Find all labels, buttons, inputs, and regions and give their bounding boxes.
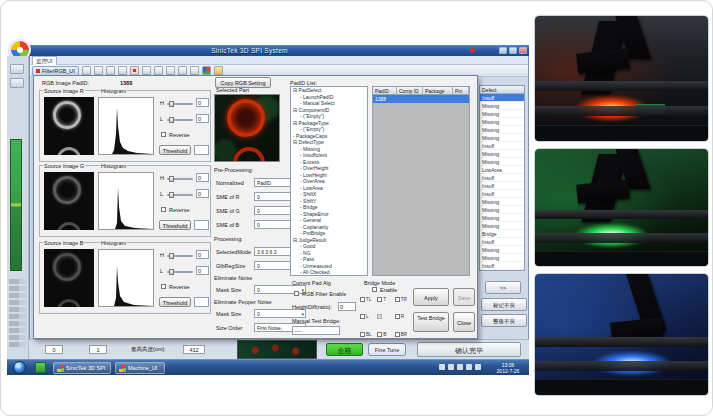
h-slider[interactable] bbox=[167, 103, 193, 105]
more-button[interactable]: >> bbox=[485, 281, 521, 294]
defect-row[interactable]: Insuff bbox=[480, 262, 524, 270]
pad-table-selected-row[interactable]: 1388 bbox=[373, 95, 469, 103]
record-icon[interactable] bbox=[130, 66, 139, 75]
bridge-direction-checkbox[interactable]: B bbox=[377, 329, 394, 340]
new-icon[interactable] bbox=[82, 66, 91, 75]
sidebar-button[interactable] bbox=[10, 78, 24, 88]
defect-row[interactable]: Insuff bbox=[480, 190, 524, 198]
h-value-field[interactable]: 0 bbox=[196, 173, 209, 182]
chart-icon[interactable] bbox=[178, 66, 187, 75]
h-slider[interactable] bbox=[167, 178, 193, 180]
ime-icon[interactable] bbox=[475, 364, 481, 370]
pad-table-header-cell[interactable]: Comp ID bbox=[397, 87, 423, 94]
start-button[interactable] bbox=[13, 361, 26, 374]
filter-rgb-chip[interactable]: FilterRGB_UI bbox=[32, 66, 79, 76]
threshold-field[interactable] bbox=[194, 220, 209, 230]
bridge-direction-checkbox[interactable]: T bbox=[377, 294, 394, 305]
bridge-direction-checkbox[interactable]: BR bbox=[395, 329, 412, 340]
threshold-field[interactable] bbox=[194, 145, 209, 155]
selected-part-image[interactable] bbox=[214, 94, 280, 162]
h-value-field[interactable]: 0 bbox=[196, 250, 209, 259]
defect-row[interactable]: Insuff bbox=[480, 142, 524, 150]
volume-icon[interactable] bbox=[457, 364, 463, 370]
bridge-direction-checkbox[interactable]: TL bbox=[360, 294, 377, 305]
l-slider[interactable] bbox=[167, 119, 193, 121]
defect-row[interactable]: Missing bbox=[480, 126, 524, 134]
defect-row[interactable]: Missing bbox=[480, 118, 524, 126]
bridge-direction-checkbox[interactable]: BL bbox=[360, 329, 377, 340]
l-slider[interactable] bbox=[167, 194, 193, 196]
bridge-enable-checkbox[interactable] bbox=[372, 287, 377, 292]
reverse-checkbox[interactable] bbox=[161, 284, 166, 289]
defect-row[interactable]: Missing bbox=[480, 158, 524, 166]
fine-tune-button[interactable]: Fine Tune bbox=[368, 343, 406, 356]
board-icon[interactable] bbox=[166, 66, 175, 75]
reverse-checkbox[interactable] bbox=[161, 207, 166, 212]
reverse-checkbox[interactable] bbox=[161, 132, 166, 137]
taskbar-app-machine[interactable]: Machine_UI bbox=[115, 362, 165, 374]
defect-row[interactable]: Missing bbox=[480, 110, 524, 118]
bridge-direction-checkbox[interactable]: TR bbox=[395, 294, 412, 305]
status-field-1[interactable]: 0 bbox=[45, 345, 63, 354]
flag-icon[interactable] bbox=[466, 364, 472, 370]
pad-table-header-cell[interactable]: PadID bbox=[373, 87, 397, 94]
pcb-thumbnail[interactable] bbox=[237, 340, 317, 359]
h-value-field[interactable]: 0 bbox=[196, 98, 209, 107]
l-value-field[interactable]: 0 bbox=[196, 266, 209, 275]
help-icon[interactable] bbox=[214, 66, 223, 75]
pass-button[interactable]: 合格 bbox=[326, 343, 363, 356]
threshold-field[interactable] bbox=[194, 297, 209, 307]
l-value-field[interactable]: 0 bbox=[196, 114, 209, 123]
bridge-direction-checkbox[interactable]: R bbox=[395, 312, 412, 323]
taskbar-clock[interactable]: 13:06 2012-7-26 bbox=[489, 362, 527, 374]
status-field-2[interactable]: 1 bbox=[89, 345, 107, 354]
pad-table-header-cell[interactable]: Package bbox=[423, 87, 453, 94]
hidden-icons-arrow[interactable] bbox=[439, 364, 445, 370]
network-icon[interactable] bbox=[448, 364, 454, 370]
wrench-icon[interactable] bbox=[190, 66, 199, 75]
zoom-icon[interactable] bbox=[118, 66, 127, 75]
threshold-button[interactable]: Threshold bbox=[159, 145, 191, 155]
defect-row[interactable]: Missing bbox=[480, 134, 524, 142]
sidebar-button[interactable] bbox=[10, 64, 24, 74]
defect-row[interactable]: Missing bbox=[480, 246, 524, 254]
heightdiff-field[interactable]: 0 bbox=[338, 302, 356, 311]
camera-icon[interactable] bbox=[142, 66, 151, 75]
manual-bridge-field[interactable]: ---- bbox=[292, 326, 340, 335]
board-defect-button[interactable]: 整板不良 bbox=[481, 314, 527, 327]
mask-size-select[interactable]: 0 bbox=[254, 309, 306, 318]
h-slider[interactable] bbox=[167, 255, 193, 257]
pad-table-header-cell[interactable]: Pin bbox=[453, 87, 469, 94]
defect-row[interactable]: Missing bbox=[480, 214, 524, 222]
mark-defect-button[interactable]: 标记不良 bbox=[481, 298, 527, 311]
maximize-button[interactable] bbox=[509, 47, 517, 54]
defect-row[interactable]: Insuff bbox=[480, 94, 524, 102]
rgb-icon[interactable] bbox=[202, 66, 211, 75]
close-button[interactable] bbox=[519, 47, 527, 54]
tab-monitor-ui[interactable]: 监控UI bbox=[32, 56, 57, 65]
defect-row[interactable]: Insuff bbox=[480, 182, 524, 190]
rgb-filter-enable-checkbox[interactable] bbox=[294, 291, 299, 296]
open-icon[interactable] bbox=[94, 66, 103, 75]
test-bridge-button[interactable]: Test Bridge bbox=[413, 312, 449, 332]
l-value-field[interactable]: 0 bbox=[196, 189, 209, 198]
defect-row[interactable]: Bridge bbox=[480, 230, 524, 238]
grid-icon[interactable] bbox=[154, 66, 163, 75]
defect-row[interactable]: Missing bbox=[480, 150, 524, 158]
close-dialog-button[interactable]: Close bbox=[453, 312, 475, 332]
defect-row[interactable]: Missing bbox=[480, 102, 524, 110]
threshold-button[interactable]: Threshold bbox=[159, 220, 191, 230]
defect-row[interactable]: Missing bbox=[480, 198, 524, 206]
defect-row[interactable]: Insuff bbox=[480, 174, 524, 182]
defect-row[interactable]: Missing bbox=[480, 254, 524, 262]
save-button[interactable]: Save bbox=[453, 288, 475, 306]
source-image-g[interactable] bbox=[44, 172, 94, 230]
l-slider[interactable] bbox=[167, 271, 193, 273]
source-image-r[interactable] bbox=[44, 97, 94, 155]
defect-row[interactable]: Missing bbox=[480, 222, 524, 230]
bridge-direction-checkbox[interactable]: L bbox=[360, 312, 377, 323]
taskbar-app-spi[interactable]: SinicTek 3D SPI bbox=[53, 362, 111, 374]
quick-launch-icon[interactable] bbox=[35, 362, 46, 373]
defect-row[interactable]: Insuff bbox=[480, 238, 524, 246]
confirm-done-button[interactable]: 确认完毕 bbox=[417, 342, 521, 357]
